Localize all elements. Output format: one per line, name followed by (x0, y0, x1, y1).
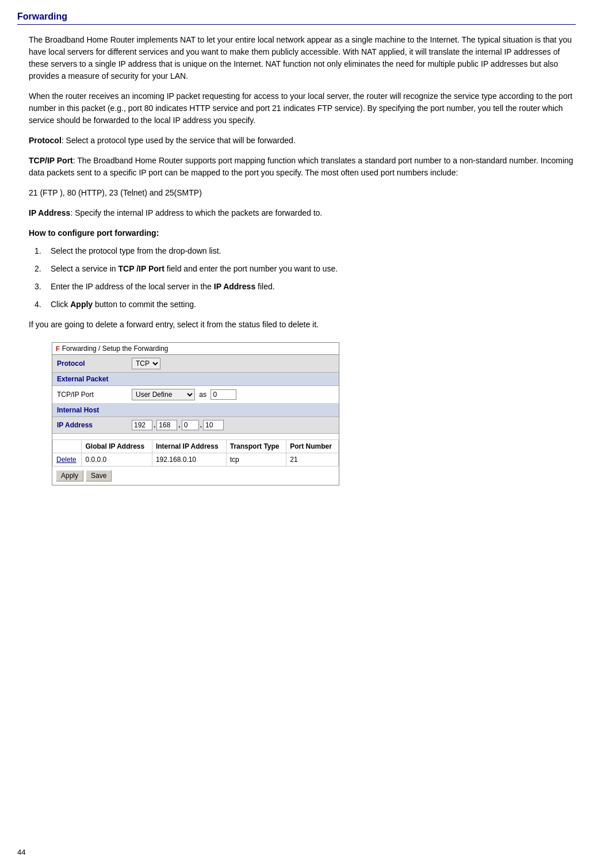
ip-octet-1[interactable] (132, 420, 152, 430)
ip-dot-1: . (154, 421, 155, 429)
protocol-desc-text: : Select a protocol type used by the ser… (62, 136, 296, 145)
tcpip-label: TCP/IP Port (29, 156, 73, 165)
protocol-label: Protocol (29, 136, 62, 145)
ip-octet-4[interactable] (203, 420, 224, 430)
port-input[interactable] (211, 389, 236, 400)
ip-address-label: IP Address (52, 417, 127, 434)
page-title: Forwarding (17, 12, 576, 25)
step-2-num: 2. (35, 263, 46, 275)
col-header-transport: Transport Type (226, 440, 286, 453)
step-1-text: Select the protocol type from the drop-d… (51, 245, 221, 257)
step-4-num: 4. (35, 299, 46, 311)
ui-title-bar: F Forwarding / Setup the Forwarding (52, 343, 339, 355)
step-3: 3. Enter the IP address of the local ser… (35, 281, 576, 293)
paragraph-2: When the router receives an incoming IP … (29, 90, 576, 127)
col-header-action (53, 440, 82, 453)
global-ip-cell: 0.0.0.0 (82, 453, 152, 466)
delete-note: If you are going to delete a forward ent… (29, 319, 576, 331)
protocol-select[interactable]: TCP (132, 358, 160, 369)
step-1-num: 1. (35, 245, 46, 257)
table-row: Delete 0.0.0.0 192.168.0.10 tcp 21 (53, 453, 339, 466)
action-buttons: Apply Save (52, 466, 339, 485)
ip-address-inputs: . . . (127, 417, 339, 434)
table-header-row: Global IP Address Internal IP Address Tr… (53, 440, 339, 453)
col-header-global-ip: Global IP Address (82, 440, 152, 453)
ip-dot-3: . (200, 421, 202, 429)
step-1: 1. Select the protocol type from the dro… (35, 245, 576, 257)
step-4: 4. Click Apply button to commit the sett… (35, 299, 576, 311)
ip-label: IP Address (29, 208, 70, 217)
port-dropdown[interactable]: User Define (132, 389, 195, 400)
step-4-text: Click Apply button to commit the setting… (51, 299, 196, 311)
col-header-internal-ip: Internal IP Address (152, 440, 226, 453)
internal-ip-cell: 192.168.0.10 (152, 453, 226, 466)
page-number: 44 (17, 848, 25, 856)
tcpip-desc-text: : The Broadband Home Router supports por… (29, 156, 573, 177)
protocol-cell-label: Protocol (52, 355, 127, 373)
step-2: 2. Select a service in TCP /IP Port fiel… (35, 263, 576, 275)
instruction-list: 1. Select the protocol type from the dro… (35, 245, 576, 311)
apply-button[interactable]: Apply (56, 470, 83, 481)
tcpip-description: TCP/IP Port: The Broadband Home Router s… (29, 155, 576, 179)
tcpip-port-row: TCP/IP Port User Define as (52, 386, 339, 404)
external-packet-row: External Packet (52, 373, 339, 386)
forwarding-ui-panel: F Forwarding / Setup the Forwarding Prot… (52, 342, 339, 485)
forwarding-data-table: Global IP Address Internal IP Address Tr… (52, 439, 339, 466)
delete-link[interactable]: Delete (56, 456, 76, 464)
port-examples: 21 (FTP ), 80 (HTTP), 23 (Telnet) and 25… (29, 187, 576, 199)
transport-cell: tcp (226, 453, 286, 466)
protocol-cell-value: TCP (127, 355, 339, 373)
internal-host-row: Internal Host (52, 404, 339, 417)
ip-address-row: IP Address . . . (52, 417, 339, 434)
paragraph-1: The Broadband Home Router implements NAT… (29, 34, 576, 82)
how-to-heading: How to configure port forwarding: (29, 227, 576, 239)
port-as-label: as (199, 391, 206, 399)
step-3-num: 3. (35, 281, 46, 293)
tcpip-port-value: User Define as (127, 386, 339, 404)
port-cell: 21 (286, 453, 339, 466)
ip-description: IP Address: Specify the internal IP addr… (29, 207, 576, 219)
form-table: Protocol TCP External Packet TCP/IP Port… (52, 355, 339, 434)
ip-desc-text: : Specify the internal IP address to whi… (70, 208, 322, 217)
external-packet-label: External Packet (52, 373, 339, 386)
col-header-port: Port Number (286, 440, 339, 453)
save-button[interactable]: Save (86, 470, 112, 481)
step-3-text: Enter the IP address of the local server… (51, 281, 275, 293)
protocol-row: Protocol TCP (52, 355, 339, 373)
step-2-text: Select a service in TCP /IP Port field a… (51, 263, 338, 275)
ui-title-text: Forwarding / Setup the Forwarding (62, 345, 169, 353)
title-icon: F (56, 345, 60, 352)
tcpip-port-label: TCP/IP Port (52, 386, 127, 404)
ip-octet-3[interactable] (182, 420, 199, 430)
ip-octet-2[interactable] (156, 420, 177, 430)
protocol-description: Protocol: Select a protocol type used by… (29, 135, 576, 147)
internal-host-label: Internal Host (52, 404, 339, 417)
ip-dot-2: . (178, 421, 180, 429)
